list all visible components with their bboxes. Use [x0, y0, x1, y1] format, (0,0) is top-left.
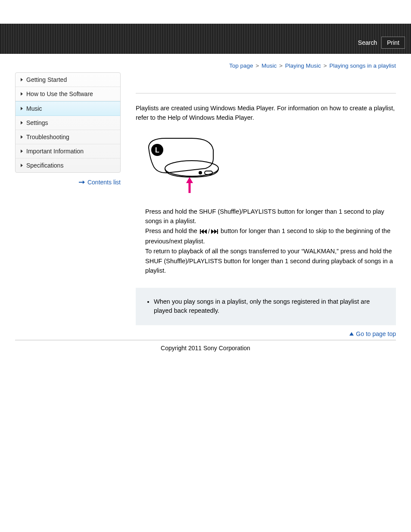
nav-item-settings[interactable]: Settings — [16, 116, 120, 130]
nav-item-label: Music — [26, 105, 42, 112]
nav-item-label: Settings — [26, 119, 48, 126]
search-link[interactable]: Search — [358, 39, 377, 46]
note-box: When you play songs in a playlist, only … — [136, 288, 396, 326]
svg-text:L: L — [155, 146, 159, 154]
svg-marker-8 — [201, 229, 204, 234]
contents-list-link[interactable]: Contents list — [87, 179, 121, 186]
nav-item-label: Getting Started — [26, 76, 67, 83]
sidebar-nav: Getting Started How to Use the Software … — [15, 72, 121, 173]
note-text: When you play songs in a playlist, only … — [154, 297, 387, 316]
breadcrumb: Top page > Music > Playing Music > Playi… — [0, 54, 411, 72]
svg-marker-9 — [204, 229, 207, 234]
nav-item-label: Specifications — [26, 162, 63, 169]
svg-point-1 — [199, 171, 202, 174]
intro-text: Playlists are created using Windows Medi… — [136, 104, 396, 123]
svg-rect-7 — [200, 229, 201, 234]
prev-next-icon: / — [199, 227, 219, 236]
sidebar: Getting Started How to Use the Software … — [15, 72, 121, 337]
goto-top-link[interactable]: Go to page top — [356, 330, 396, 337]
instructions: Press and hold the SHUF (Shuffle)/PLAYLI… — [136, 207, 396, 276]
chevron-right-icon — [21, 121, 23, 124]
instruction-3: To return to playback of all the songs t… — [145, 246, 396, 275]
breadcrumb-sep: > — [255, 62, 260, 69]
arrow-right-icon — [79, 181, 85, 184]
nav-item-music[interactable]: Music — [16, 101, 120, 116]
nav-item-label: Important Information — [26, 148, 84, 155]
chevron-right-icon — [21, 164, 23, 167]
nav-item-getting-started[interactable]: Getting Started — [16, 73, 120, 87]
svg-marker-10 — [211, 229, 214, 234]
chevron-right-icon — [21, 135, 23, 139]
print-button[interactable]: Print — [381, 37, 405, 49]
nav-item-label: Troubleshooting — [26, 134, 69, 140]
copyright-text: Copyright 2011 Sony Corporation — [0, 340, 411, 356]
nav-item-specifications[interactable]: Specifications — [16, 159, 120, 172]
header-band: Search Print — [0, 24, 411, 54]
nav-item-label: How to Use the Software — [26, 90, 93, 97]
instruction-2: Press and hold the / button for longer t… — [145, 226, 396, 246]
contents-list-row: Contents list — [15, 179, 121, 186]
svg-marker-11 — [214, 229, 217, 234]
breadcrumb-sep: > — [323, 62, 328, 69]
svg-marker-6 — [186, 177, 193, 183]
header-actions: Search Print — [358, 37, 405, 49]
svg-rect-12 — [217, 229, 218, 234]
chevron-right-icon — [21, 78, 23, 81]
chevron-right-icon — [21, 107, 23, 110]
main-content: Playlists are created using Windows Medi… — [136, 72, 396, 337]
breadcrumb-link-2[interactable]: Playing Music — [285, 62, 321, 69]
breadcrumb-link-0[interactable]: Top page — [229, 62, 253, 69]
svg-point-0 — [165, 161, 218, 176]
up-triangle-icon — [349, 332, 354, 336]
nav-item-important-info[interactable]: Important Information — [16, 144, 120, 159]
goto-top-row: Go to page top — [136, 330, 396, 337]
instr2-prefix: Press and hold the — [145, 227, 199, 234]
nav-item-troubleshooting[interactable]: Troubleshooting — [16, 130, 120, 144]
breadcrumb-link-1[interactable]: Music — [262, 62, 277, 69]
instruction-1: Press and hold the SHUF (Shuffle)/PLAYLI… — [145, 207, 396, 226]
chevron-right-icon — [21, 149, 23, 153]
nav-item-software[interactable]: How to Use the Software — [16, 87, 120, 101]
chevron-right-icon — [21, 92, 23, 96]
device-illustration: L — [136, 135, 396, 196]
breadcrumb-sep: > — [278, 62, 283, 69]
breadcrumb-current: Playing songs in a playlist — [329, 62, 396, 69]
title-rule — [136, 74, 396, 93]
